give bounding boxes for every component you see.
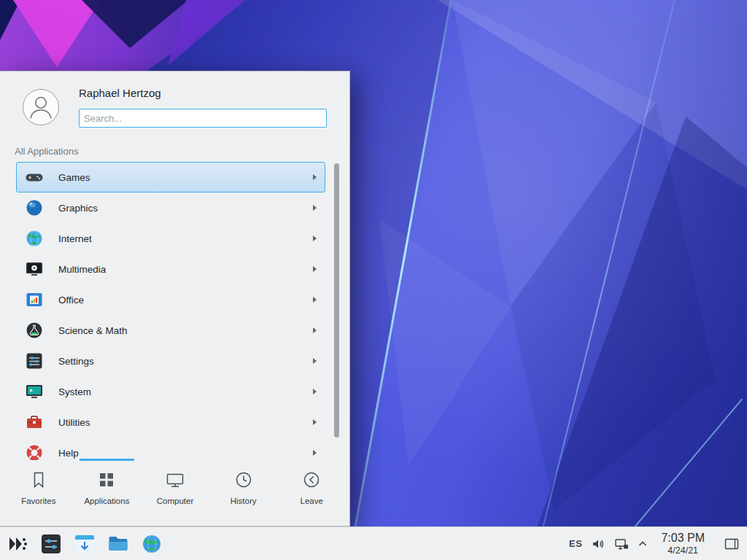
tab-computer[interactable]: Computer bbox=[141, 459, 209, 526]
tab-label: Favorites bbox=[21, 497, 55, 505]
user-icon bbox=[23, 90, 58, 125]
category-graphics[interactable]: Graphics bbox=[16, 192, 325, 223]
system-icon bbox=[25, 382, 44, 401]
system-tray: ES 7:03 PM 4/24/21 bbox=[569, 531, 747, 557]
tab-applications[interactable]: Applications bbox=[73, 459, 142, 526]
chevron-right-icon bbox=[313, 174, 317, 180]
category-label: Graphics bbox=[58, 203, 98, 214]
chevron-right-icon bbox=[313, 297, 317, 303]
tab-label: Computer bbox=[157, 497, 194, 505]
show-desktop-button[interactable] bbox=[722, 534, 741, 553]
chevron-right-icon bbox=[313, 389, 317, 394]
volume-icon[interactable] bbox=[591, 537, 605, 551]
help-icon bbox=[25, 443, 44, 460]
category-label: Help bbox=[58, 448, 79, 459]
office-icon bbox=[25, 290, 44, 309]
pinned-discover-app[interactable] bbox=[73, 532, 96, 556]
tab-label: Leave bbox=[301, 497, 323, 505]
clock-time: 7:03 PM bbox=[661, 531, 705, 545]
category-system[interactable]: System bbox=[16, 376, 325, 407]
application-launcher-menu: Raphael Hertzog All Applications Games G… bbox=[0, 71, 350, 526]
pinned-settings-app[interactable] bbox=[39, 532, 63, 556]
discover-icon bbox=[74, 533, 96, 555]
science-icon bbox=[25, 321, 44, 340]
user-avatar bbox=[23, 89, 59, 125]
tab-leave[interactable]: Leave bbox=[277, 459, 346, 526]
show-desktop-icon bbox=[724, 536, 740, 552]
category-games[interactable]: Games bbox=[16, 162, 325, 192]
category-multimedia[interactable]: Multimedia bbox=[16, 254, 325, 284]
chevron-right-icon bbox=[313, 419, 317, 425]
pinned-browser-app[interactable] bbox=[140, 532, 163, 556]
list-scrollbar[interactable] bbox=[334, 163, 339, 455]
utilities-icon bbox=[25, 413, 44, 432]
settings-icon bbox=[25, 351, 44, 370]
tab-label: Applications bbox=[84, 497, 129, 505]
chevron-right-icon bbox=[313, 236, 317, 241]
category-internet[interactable]: Internet bbox=[16, 223, 325, 254]
category-label: System bbox=[58, 386, 91, 397]
leave-icon bbox=[301, 470, 322, 490]
category-help[interactable]: Help bbox=[16, 438, 325, 460]
keyboard-layout-indicator[interactable]: ES bbox=[569, 538, 582, 549]
launcher-header: Raphael Hertzog bbox=[0, 71, 349, 139]
search-input[interactable] bbox=[79, 109, 327, 128]
chevron-right-icon bbox=[313, 327, 317, 333]
history-clock-icon bbox=[233, 470, 254, 490]
launcher-tab-bar: Favorites Applications Computer History … bbox=[0, 459, 350, 526]
tab-favorites[interactable]: Favorites bbox=[4, 459, 73, 526]
category-office[interactable]: Office bbox=[16, 284, 325, 315]
user-name: Raphael Hertzog bbox=[79, 87, 161, 99]
computer-icon bbox=[165, 470, 185, 490]
tab-history[interactable]: History bbox=[209, 459, 278, 526]
category-label: Settings bbox=[58, 356, 94, 367]
settings-app-icon bbox=[40, 533, 62, 555]
chevron-right-icon bbox=[313, 358, 317, 364]
app-launcher-button[interactable] bbox=[6, 532, 29, 556]
chevron-right-icon bbox=[313, 205, 317, 211]
expand-tray-icon[interactable] bbox=[638, 539, 648, 549]
internet-icon bbox=[25, 229, 44, 248]
category-list: Games Graphics Internet Multimedia bbox=[0, 162, 350, 460]
category-label: Multimedia bbox=[58, 264, 106, 275]
tab-label: History bbox=[231, 497, 257, 505]
browser-icon bbox=[141, 533, 163, 555]
file-manager-icon bbox=[107, 533, 129, 555]
chevron-right-icon bbox=[313, 266, 317, 272]
taskbar-left bbox=[0, 532, 163, 556]
taskbar: ES 7:03 PM 4/24/21 bbox=[0, 526, 747, 560]
category-settings[interactable]: Settings bbox=[16, 346, 325, 376]
category-utilities[interactable]: Utilities bbox=[16, 407, 325, 438]
category-label: Games bbox=[58, 172, 90, 183]
digital-clock[interactable]: 7:03 PM 4/24/21 bbox=[661, 531, 705, 557]
multimedia-icon bbox=[25, 260, 44, 279]
category-science-math[interactable]: Science & Math bbox=[16, 315, 325, 346]
app-grid-icon bbox=[96, 470, 117, 490]
graphics-icon bbox=[25, 198, 44, 217]
chevron-right-icon bbox=[313, 450, 317, 456]
section-label: All Applications bbox=[15, 146, 78, 157]
app-launcher-icon bbox=[7, 533, 28, 555]
clock-date: 4/24/21 bbox=[661, 545, 705, 557]
category-label: Science & Math bbox=[58, 325, 128, 336]
category-label: Office bbox=[58, 295, 84, 306]
category-label: Utilities bbox=[58, 417, 90, 428]
scrollbar-thumb[interactable] bbox=[334, 163, 339, 438]
pinned-file-manager-app[interactable] bbox=[107, 532, 130, 556]
category-label: Internet bbox=[58, 233, 92, 244]
games-icon bbox=[25, 168, 44, 187]
network-icon[interactable] bbox=[614, 537, 629, 551]
bookmark-icon bbox=[28, 470, 49, 490]
